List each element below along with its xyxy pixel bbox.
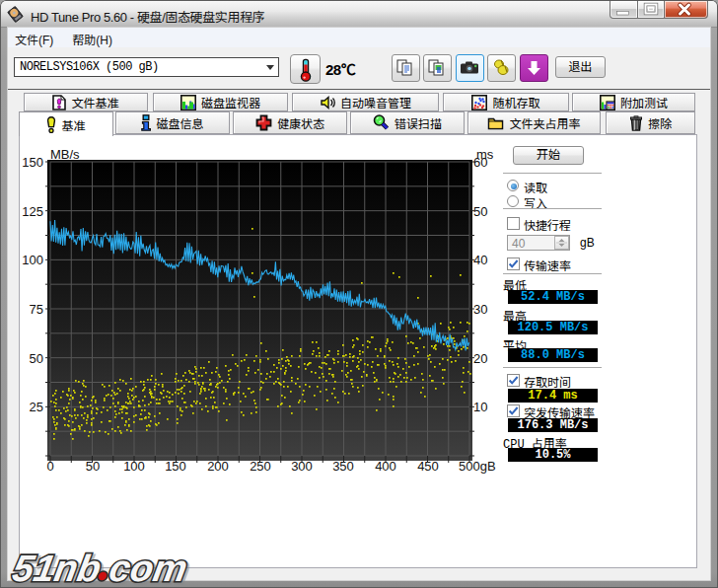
- svg-text:com: com: [107, 547, 191, 588]
- svg-text:51nb: 51nb: [10, 547, 105, 588]
